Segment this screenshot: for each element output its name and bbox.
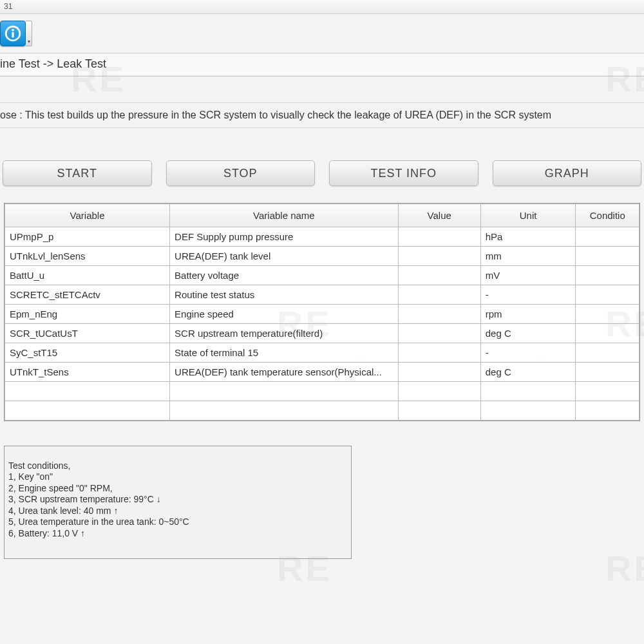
cell-name: UREA(DEF) tank temperature sensor(Physic… [170, 363, 399, 382]
cell-name [170, 401, 399, 421]
cell-variable [5, 382, 170, 401]
cell-name [170, 382, 399, 401]
cell-condition [576, 343, 639, 363]
cell-variable: UTnkLvl_lenSens [5, 247, 170, 266]
cell-name: Routine test status [170, 285, 399, 305]
cell-variable: UPmpP_p [5, 227, 170, 247]
cell-value [398, 285, 480, 305]
cell-value [398, 266, 480, 285]
col-header-unit[interactable]: Unit [480, 204, 576, 227]
col-header-condition[interactable]: Conditio [576, 204, 639, 227]
svg-rect-2 [12, 32, 14, 38]
start-button[interactable]: START [3, 160, 152, 186]
cell-name: Engine speed [170, 305, 399, 324]
info-icon [5, 25, 21, 42]
cell-unit: deg C [480, 363, 576, 382]
cell-condition [576, 401, 639, 421]
table-row[interactable]: UTnkT_tSensUREA(DEF) tank temperature se… [5, 363, 639, 382]
table-row[interactable]: BattU_uBattery voltagemV [5, 266, 639, 285]
cell-value [398, 227, 480, 247]
toolbar: ▾ [0, 14, 644, 53]
cell-unit: hPa [480, 227, 576, 247]
test-purpose-text: ose : This test builds up the pressure i… [0, 109, 551, 120]
cell-variable: BattU_u [5, 266, 170, 285]
table-row[interactable]: SCRETC_stETCActvRoutine test status- [5, 285, 639, 305]
test-purpose-bar: ose : This test builds up the pressure i… [0, 102, 644, 128]
svg-point-1 [12, 29, 14, 32]
breadcrumb: ine Test -> Leak Test [0, 53, 644, 77]
cell-unit: mm [480, 247, 576, 266]
test-conditions-panel: Test conditions, 1, Key "on" 2, Engine s… [4, 446, 352, 559]
table-row[interactable]: SCR_tUCatUsTSCR upstream temperature(fil… [5, 324, 639, 343]
cell-condition [576, 247, 639, 266]
cell-value [398, 401, 480, 421]
toolbar-dropdown-handle[interactable]: ▾ [26, 21, 32, 46]
cell-name: SCR upstream temperature(filterd) [170, 324, 399, 343]
cell-condition [576, 305, 639, 324]
cell-condition [576, 266, 639, 285]
action-button-row: START STOP TEST INFO GRAPH [0, 128, 644, 193]
cell-name: DEF Supply pump pressure [170, 227, 399, 247]
test-info-button[interactable]: TEST INFO [329, 160, 478, 186]
cell-value [398, 247, 480, 266]
cell-variable [5, 401, 170, 421]
cell-value [398, 343, 480, 363]
watermark: RE [605, 547, 644, 589]
table-row[interactable] [5, 401, 639, 421]
col-header-variable-name[interactable]: Variable name [170, 204, 399, 227]
cell-name: Battery voltage [170, 266, 399, 285]
cell-condition [576, 363, 639, 382]
cell-variable: SCRETC_stETCActv [5, 285, 170, 305]
table-row[interactable] [5, 382, 639, 401]
cell-unit [480, 382, 576, 401]
cell-unit [480, 401, 576, 421]
cell-name: UREA(DEF) tank level [170, 247, 399, 266]
cell-value [398, 363, 480, 382]
cell-variable: UTnkT_tSens [5, 363, 170, 382]
cell-name: State of terminal 15 [170, 343, 399, 363]
graph-button[interactable]: GRAPH [493, 160, 642, 186]
variables-table-container: Variable Variable name Value Unit Condit… [4, 203, 640, 421]
test-conditions-text: Test conditions, 1, Key "on" 2, Engine s… [8, 460, 189, 538]
cell-unit: - [480, 343, 576, 363]
table-row[interactable]: UTnkLvl_lenSensUREA(DEF) tank levelmm [5, 247, 639, 266]
table-header-row: Variable Variable name Value Unit Condit… [5, 204, 639, 227]
cell-condition [576, 382, 639, 401]
table-row[interactable]: Epm_nEngEngine speedrpm [5, 305, 639, 324]
info-icon-button[interactable] [0, 21, 26, 46]
cell-variable: SCR_tUCatUsT [5, 324, 170, 343]
breadcrumb-text: ine Test -> Leak Test [0, 57, 106, 70]
cell-unit: deg C [480, 324, 576, 343]
cell-value [398, 305, 480, 324]
col-header-value[interactable]: Value [398, 204, 480, 227]
table-row[interactable]: UPmpP_pDEF Supply pump pressurehPa [5, 227, 639, 247]
cell-variable: Epm_nEng [5, 305, 170, 324]
cell-value [398, 324, 480, 343]
variables-table: Variable Variable name Value Unit Condit… [5, 204, 639, 421]
col-header-variable[interactable]: Variable [5, 204, 170, 227]
cell-condition [576, 285, 639, 305]
cell-unit: mV [480, 266, 576, 285]
window-titlebar: 31 [0, 0, 644, 14]
stop-button[interactable]: STOP [166, 160, 316, 186]
cell-unit: - [480, 285, 576, 305]
cell-variable: SyC_stT15 [5, 343, 170, 363]
table-row[interactable]: SyC_stT15State of terminal 15- [5, 343, 639, 363]
cell-condition [576, 324, 639, 343]
cell-value [398, 382, 480, 401]
cell-unit: rpm [480, 305, 576, 324]
cell-condition [576, 227, 639, 247]
window-title-text: 31 [4, 2, 12, 11]
